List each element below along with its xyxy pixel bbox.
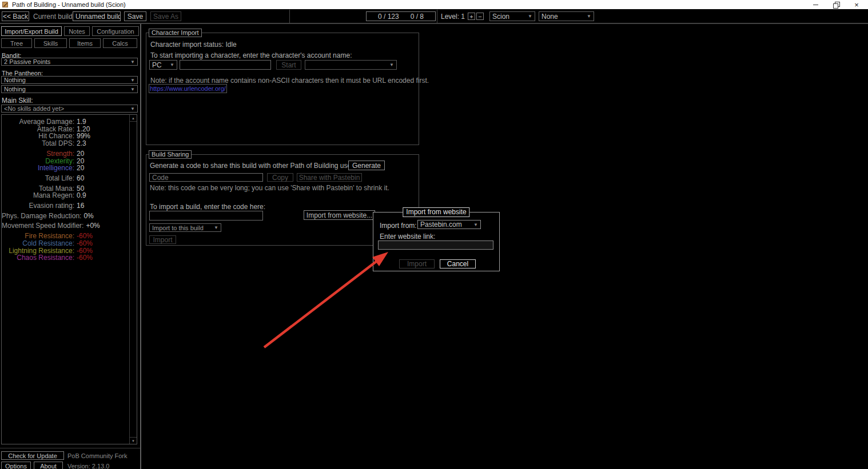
import-source-dropdown[interactable]: Pastebin.com ▼ — [417, 220, 481, 229]
chevron-down-icon: ▼ — [587, 14, 591, 19]
about-button[interactable]: About — [34, 462, 63, 469]
import-prompt-text: To start importing a character, enter th… — [150, 52, 352, 59]
scroll-down-button[interactable]: ▼ — [130, 437, 137, 444]
chevron-down-icon: ▼ — [130, 78, 135, 83]
chevron-down-icon: ▼ — [214, 225, 218, 230]
toolbar-divider-2 — [437, 10, 437, 23]
passive-points-main: 0 / 123 — [378, 13, 399, 21]
close-button[interactable]: × — [846, 0, 867, 9]
sidebar-tabs-row2: TreeSkillsItemsCalcs — [1, 38, 137, 48]
stat-row-movement-speed-modifier: Movement Speed Modifier:+0% — [2, 222, 129, 230]
generate-button[interactable]: Generate — [348, 161, 385, 170]
stats-panel: Average Damage:1.9Attack Rate:1.20Hit Ch… — [1, 114, 137, 444]
restore-icon — [833, 2, 839, 7]
main-skill-label: Main Skill: — [2, 97, 33, 105]
website-link-input[interactable] — [378, 240, 493, 250]
import-code-prompt-text: To import a build, enter the code here: — [150, 203, 265, 211]
save-as-button: Save As — [150, 11, 181, 21]
titlebar: Path of Building - Unnamed build (Scion)… — [0, 0, 868, 9]
scroll-up-button[interactable]: ▲ — [130, 115, 137, 122]
tab-configuration[interactable]: Configuration — [92, 26, 139, 36]
class-dropdown[interactable]: Scion ▼ — [489, 11, 535, 21]
restore-button[interactable] — [826, 0, 846, 9]
platform-dropdown[interactable]: PC ▼ — [149, 60, 177, 70]
import-to-dropdown-value: Import to this build — [152, 225, 204, 231]
level-label: Level: 1 — [441, 13, 465, 21]
import-to-dropdown[interactable]: Import to this build ▼ — [149, 223, 221, 232]
toolbar-divider — [289, 10, 290, 23]
import-code-input[interactable] — [149, 211, 263, 221]
stat-row-total-life: Total Life:60 — [2, 175, 129, 182]
stat-row-evasion-rating: Evasion rating:16 — [2, 202, 129, 210]
dialog-cancel-button[interactable]: Cancel — [440, 259, 476, 268]
dialog-title: Import from website — [403, 207, 469, 217]
pantheon-minor-value: Nothing — [4, 86, 26, 93]
tab-import-export-build[interactable]: Import/Export Build — [1, 26, 62, 36]
chevron-down-icon: ▼ — [130, 87, 135, 92]
passive-points-ascendancy: 0 / 8 — [411, 13, 424, 21]
current-build-label: Current build: — [33, 13, 74, 21]
pantheon-major-dropdown[interactable]: Nothing ▼ — [1, 76, 138, 84]
code-output-input[interactable]: Code — [149, 173, 263, 182]
import-from-website-button[interactable]: Import from website... — [304, 210, 375, 220]
stat-row-cold-resistance: Cold Resistance:-60% — [2, 240, 129, 247]
tab-notes[interactable]: Notes — [64, 26, 90, 36]
copy-button: Copy — [267, 173, 293, 182]
stat-row-mana-regen: Mana Regen:0.9 — [2, 192, 129, 199]
check-for-update-button[interactable]: Check for Update — [1, 451, 64, 460]
start-button: Start — [276, 60, 301, 70]
level-increase-button[interactable]: + — [468, 13, 475, 20]
version-label: Version: 2.13.0 — [67, 463, 109, 469]
chevron-down-icon: ▼ — [473, 222, 478, 227]
realm-dropdown[interactable]: ▼ — [305, 60, 397, 70]
import-status-text: Character import status: Idle — [150, 41, 237, 49]
import-from-label: Import from: — [380, 222, 417, 230]
import-code-button: Import — [149, 235, 176, 244]
tab-skills[interactable]: Skills — [34, 38, 67, 48]
stats-list: Average Damage:1.9Attack Rate:1.20Hit Ch… — [2, 118, 129, 264]
urlencoder-link-button[interactable]: https://www.urlencoder.org/ — [149, 84, 227, 93]
stat-row-strength: Strength:20 — [2, 150, 129, 158]
generate-prompt-text: Generate a code to share this build with… — [150, 162, 359, 170]
platform-dropdown-value: PC — [152, 61, 162, 69]
stat-row-fire-resistance: Fire Resistance:-60% — [2, 233, 129, 240]
fork-name-label: PoB Community Fork — [67, 452, 128, 460]
chevron-down-icon: ▼ — [389, 62, 394, 67]
back-button[interactable]: << Back — [2, 11, 29, 21]
build-name-input[interactable]: Unnamed build — [73, 11, 121, 21]
stat-row-intelligence: Intelligence:20 — [2, 165, 129, 172]
save-button[interactable]: Save — [124, 11, 146, 21]
bandit-dropdown[interactable]: 2 Passive Points ▼ — [1, 58, 138, 66]
tab-tree[interactable]: Tree — [1, 38, 32, 48]
options-button[interactable]: Options — [1, 462, 31, 469]
website-link-label: Enter website link: — [380, 233, 435, 240]
chevron-down-icon: ▼ — [528, 14, 532, 19]
scroll-up-icon: ▲ — [132, 117, 135, 120]
ascendancy-dropdown-value: None — [541, 13, 558, 21]
share-with-pastebin-button: Share with Pastebin — [297, 173, 362, 182]
stat-row-total-dps: Total DPS:2.3 — [2, 140, 129, 147]
bandit-dropdown-value: 2 Passive Points — [4, 58, 50, 65]
import-source-value: Pastebin.com — [420, 221, 462, 229]
pantheon-major-value: Nothing — [4, 77, 26, 83]
main-skill-value: <No skills added yet> — [4, 105, 64, 112]
build-sharing-legend: Build Sharing — [149, 150, 192, 159]
level-decrease-button[interactable]: − — [476, 13, 484, 20]
sidebar-footer-divider — [0, 448, 140, 448]
sidebar-divider — [140, 24, 141, 469]
stats-scrollbar[interactable]: ▲ ▼ — [129, 115, 137, 444]
tab-items[interactable]: Items — [69, 38, 101, 48]
minimize-button[interactable] — [805, 0, 826, 9]
chevron-down-icon: ▼ — [170, 62, 174, 67]
sidebar-tabs-row1: Import/Export BuildNotesConfiguration — [1, 26, 139, 36]
stat-row-phys-damage-reduction: Phys. Damage Reduction:0% — [2, 213, 129, 220]
pantheon-minor-dropdown[interactable]: Nothing ▼ — [1, 85, 138, 93]
stat-row-chaos-resistance: Chaos Resistance:-60% — [2, 254, 129, 262]
stat-row-average-damage: Average Damage:1.9 — [2, 118, 129, 126]
account-name-input[interactable] — [180, 60, 271, 70]
minimize-icon — [813, 5, 818, 5]
character-import-section: Character Import Character import status… — [146, 33, 419, 145]
ascendancy-dropdown[interactable]: None ▼ — [539, 11, 594, 21]
tab-calcs[interactable]: Calcs — [103, 38, 137, 48]
main-skill-dropdown[interactable]: <No skills added yet> ▼ — [1, 105, 138, 113]
